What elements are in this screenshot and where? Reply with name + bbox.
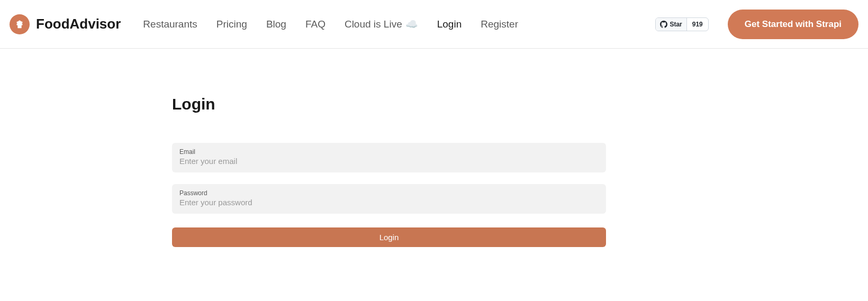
svg-point-1 — [21, 22, 22, 23]
github-star-button[interactable]: Star — [656, 18, 686, 31]
login-form: Email Password Login — [172, 143, 606, 247]
page-title: Login — [172, 95, 606, 113]
password-field[interactable] — [179, 198, 599, 207]
github-widget: Star 919 — [655, 17, 708, 31]
get-started-button[interactable]: Get Started with Strapi — [728, 10, 858, 39]
email-label: Email — [179, 148, 599, 156]
email-field-wrapper: Email — [172, 143, 606, 172]
top-header: FoodAdvisor Restaurants Pricing Blog FAQ… — [0, 0, 868, 49]
nav-item-faq[interactable]: FAQ — [305, 19, 326, 30]
logo-icon — [10, 14, 30, 34]
password-field-wrapper: Password — [172, 184, 606, 214]
nav-item-cloud[interactable]: Cloud is Live ☁️ — [345, 18, 418, 30]
nav-item-login[interactable]: Login — [437, 19, 462, 30]
github-star-count[interactable]: 919 — [687, 18, 708, 31]
brand-name: FoodAdvisor — [36, 16, 121, 32]
nav-item-pricing[interactable]: Pricing — [216, 19, 247, 30]
svg-point-0 — [17, 22, 18, 23]
password-label: Password — [179, 189, 599, 197]
email-field[interactable] — [179, 157, 599, 166]
main-nav: Restaurants Pricing Blog FAQ Cloud is Li… — [143, 18, 655, 30]
login-button[interactable]: Login — [172, 227, 606, 247]
nav-item-blog[interactable]: Blog — [266, 19, 286, 30]
nav-item-cloud-label: Cloud is Live — [345, 19, 402, 30]
main-content: Login Email Password Login — [172, 49, 606, 247]
github-icon — [660, 21, 667, 28]
nav-item-register[interactable]: Register — [481, 19, 518, 30]
brand[interactable]: FoodAdvisor — [10, 14, 121, 34]
header-right: Star 919 Get Started with Strapi — [655, 10, 858, 39]
nav-item-restaurants[interactable]: Restaurants — [143, 19, 197, 30]
svg-point-2 — [19, 21, 20, 22]
cloud-icon: ☁️ — [405, 18, 418, 30]
github-star-label: Star — [670, 21, 682, 28]
